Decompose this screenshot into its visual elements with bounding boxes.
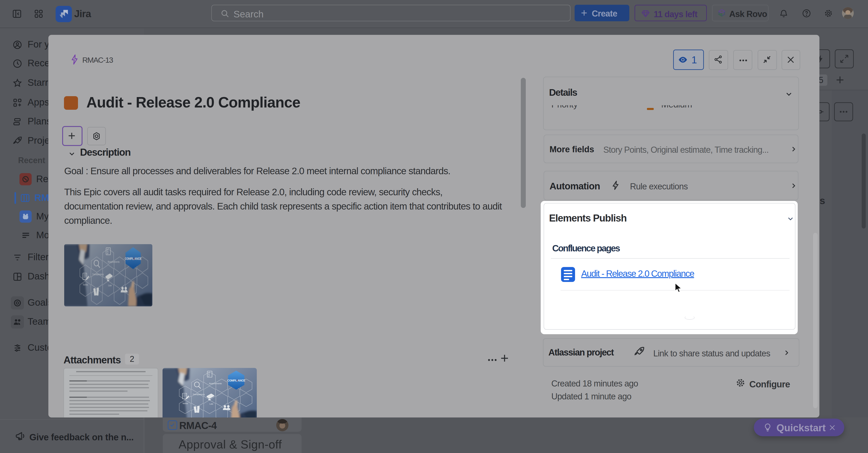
svg-text:Transparency: Transparency <box>193 393 205 396</box>
svg-text:COMPLIANCE: COMPLIANCE <box>125 257 142 260</box>
svg-text:Terms: Terms <box>182 402 188 404</box>
svg-text:Terms: Terms <box>83 283 88 286</box>
svg-text:Requirements: Requirements <box>209 383 222 385</box>
svg-text:Law: Law <box>210 403 213 405</box>
svg-text:Transparency: Transparency <box>92 273 104 276</box>
svg-text:Law: Law <box>108 284 112 287</box>
svg-text:COMPLIANCE: COMPLIANCE <box>227 379 245 382</box>
svg-text:Requirements: Requirements <box>108 261 120 263</box>
